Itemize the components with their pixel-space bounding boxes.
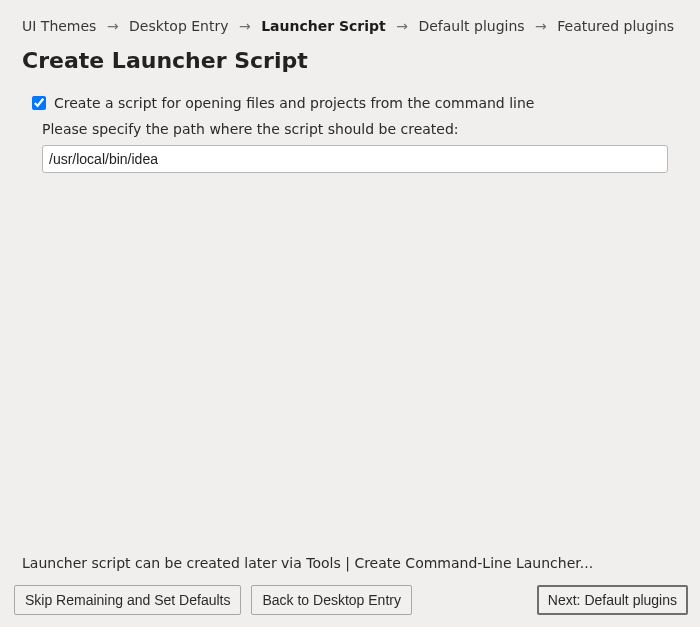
path-hint: Please specify the path where the script… — [42, 121, 668, 137]
create-script-checkbox-row[interactable]: Create a script for opening files and pr… — [32, 95, 668, 111]
breadcrumb-item-featured-plugins[interactable]: Featured plugins — [557, 18, 674, 34]
breadcrumb-item-desktop-entry[interactable]: Desktop Entry — [129, 18, 228, 34]
button-bar: Skip Remaining and Set Defaults Back to … — [12, 585, 688, 617]
back-button[interactable]: Back to Desktop Entry — [251, 585, 412, 615]
chevron-right-icon: → — [535, 18, 547, 34]
create-script-checkbox-label: Create a script for opening files and pr… — [54, 95, 534, 111]
spacer — [12, 173, 688, 555]
script-path-input[interactable] — [42, 145, 668, 173]
skip-remaining-button[interactable]: Skip Remaining and Set Defaults — [14, 585, 241, 615]
next-button[interactable]: Next: Default plugins — [537, 585, 688, 615]
chevron-right-icon: → — [239, 18, 251, 34]
chevron-right-icon: → — [396, 18, 408, 34]
form-area: Create a script for opening files and pr… — [12, 95, 688, 173]
page-title: Create Launcher Script — [22, 48, 688, 73]
wizard-page: UI Themes → Desktop Entry → Launcher Scr… — [0, 0, 700, 627]
breadcrumb-item-launcher-script[interactable]: Launcher Script — [261, 18, 386, 34]
breadcrumb: UI Themes → Desktop Entry → Launcher Scr… — [12, 18, 688, 34]
breadcrumb-item-ui-themes[interactable]: UI Themes — [22, 18, 96, 34]
spacer — [422, 585, 527, 615]
chevron-right-icon: → — [107, 18, 119, 34]
breadcrumb-item-default-plugins[interactable]: Default plugins — [418, 18, 524, 34]
footer-note: Launcher script can be created later via… — [22, 555, 688, 571]
create-script-checkbox[interactable] — [32, 96, 46, 110]
